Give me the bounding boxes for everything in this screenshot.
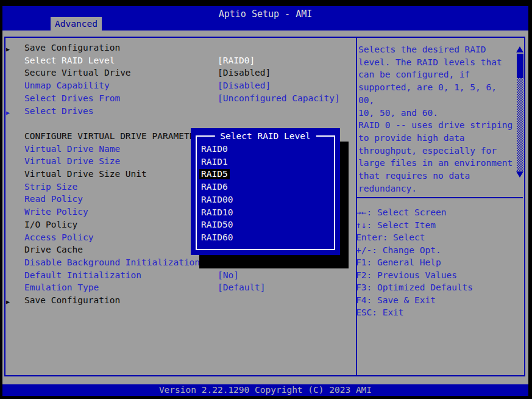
setting-label: Read Policy	[24, 195, 83, 204]
scrollbar-thumb[interactable]	[517, 54, 523, 78]
key-hint: F1: General Help	[356, 258, 524, 267]
raid-option[interactable]: RAID0	[201, 145, 228, 154]
setting-label: Virtual Drive Size	[24, 157, 120, 166]
setting-label: Virtual Drive Size Unit	[24, 170, 147, 179]
key-hint: ↑↓: Select Item	[356, 221, 524, 230]
key-hint: F3: Optimized Defaults	[356, 283, 524, 292]
setting-value[interactable]: [Unconfigured Capacity]	[218, 94, 340, 103]
scroll-down-icon[interactable]	[516, 171, 523, 178]
setting-label: I/O Policy	[24, 220, 77, 229]
raid-option[interactable]: RAID5	[199, 169, 230, 179]
popup-title: Select RAID Level	[215, 132, 316, 141]
settings-row[interactable]: Emulation Type[Default]	[0, 283, 353, 293]
settings-row[interactable]: Default Initialization[No]	[0, 271, 353, 281]
setting-label: Virtual Drive Name	[24, 145, 120, 154]
key-hint: F4: Save & Exit	[356, 296, 524, 305]
settings-row[interactable]: ▶Select Drives	[0, 107, 353, 117]
setting-label: Select RAID Level	[24, 56, 115, 65]
submenu-arrow-icon: ▶	[6, 108, 10, 117]
key-hint: →←: Select Screen	[356, 208, 524, 217]
raid-option[interactable]: RAID60	[201, 233, 233, 242]
setting-label: Unmap Capability	[24, 81, 110, 90]
help-text: Selects the desired RAID level. The RAID…	[358, 43, 516, 195]
key-hint: +/-: Change Opt.	[356, 246, 524, 255]
version-bar: Version 2.22.1290 Copyright (C) 2023 AMI	[2, 384, 528, 396]
setting-label: Emulation Type	[24, 283, 99, 292]
setting-label: Drive Cache	[24, 245, 83, 254]
setting-label: CONFIGURE VIRTUAL DRIVE PARAMETER	[24, 132, 200, 141]
settings-row[interactable]: Select Drives From[Unconfigured Capacity…	[0, 94, 353, 104]
key-hint: F2: Previous Values	[356, 271, 524, 280]
setting-label: Save Configuration	[24, 43, 120, 52]
setting-value[interactable]: [RAID0]	[218, 56, 255, 65]
key-hint: Enter: Select	[356, 233, 524, 242]
setting-label: Select Drives From	[24, 94, 120, 103]
setting-value[interactable]: [Disabled]	[218, 81, 271, 90]
scroll-up-icon[interactable]	[516, 46, 523, 52]
raid-level-popup: Select RAID Level RAID0RAID1RAID5RAID6RA…	[191, 128, 340, 255]
settings-row[interactable]: ▶Save Configuration	[0, 43, 353, 53]
setting-label: Select Drives	[24, 107, 94, 116]
setting-value[interactable]: [Default]	[218, 283, 266, 292]
raid-option[interactable]: RAID6	[201, 182, 228, 192]
hints-divider	[357, 197, 523, 198]
setting-label: Default Initialization	[24, 271, 141, 280]
settings-row[interactable]: Select RAID Level[RAID0]	[0, 56, 353, 66]
submenu-arrow-icon: ▶	[6, 297, 10, 306]
panel-divider	[356, 37, 357, 376]
raid-option[interactable]: RAID1	[201, 157, 228, 167]
tab-advanced[interactable]: Advanced	[51, 17, 102, 31]
setting-label: Secure Virtual Drive	[24, 68, 131, 77]
setting-label: Access Policy	[24, 233, 94, 242]
settings-row[interactable]: ▶Save Configuration	[0, 296, 353, 306]
setting-label: Strip Size	[24, 182, 77, 192]
settings-row: Secure Virtual Drive[Disabled]	[0, 68, 353, 78]
raid-option[interactable]: RAID00	[201, 195, 233, 204]
setting-value[interactable]: [Disabled]	[218, 68, 271, 77]
submenu-arrow-icon: ▶	[6, 45, 10, 54]
raid-option[interactable]: RAID50	[201, 220, 233, 229]
setting-label: Write Policy	[24, 207, 88, 217]
raid-option[interactable]: RAID10	[201, 208, 233, 217]
key-hint: ESC: Exit	[356, 308, 524, 317]
setting-label: Save Configuration	[24, 296, 120, 305]
bios-screen: Aptio Setup - AMI Advanced ▶Save Configu…	[0, 0, 532, 399]
setting-value[interactable]: [No]	[218, 271, 239, 280]
version-text: Version 2.22.1290 Copyright (C) 2023 AMI	[159, 385, 372, 395]
settings-row[interactable]: Unmap Capability[Disabled]	[0, 81, 353, 91]
setting-label: Disable Background Initialization	[24, 258, 200, 267]
